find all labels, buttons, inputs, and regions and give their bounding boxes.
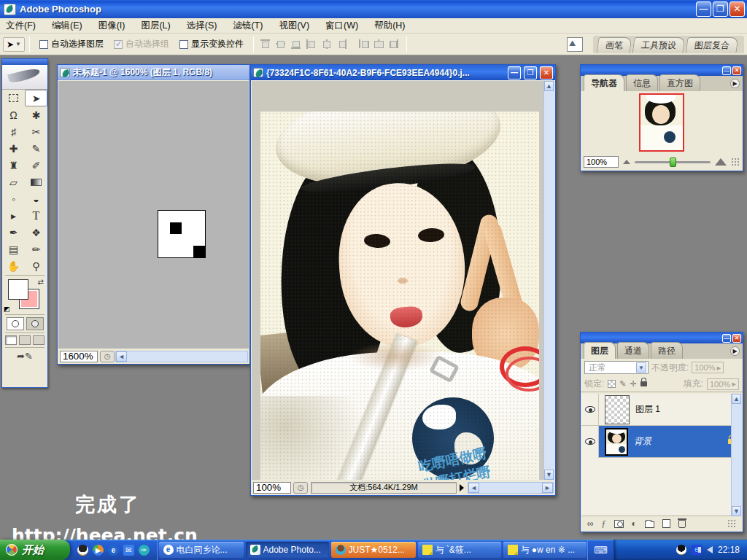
hand-tool[interactable]: ✋ (2, 257, 25, 274)
visibility-toggle[interactable] (581, 394, 599, 426)
lock-all-icon[interactable] (640, 381, 647, 386)
swap-colors-icon[interactable]: ⇄ (38, 278, 44, 286)
fill-field[interactable]: 100%▸ (707, 378, 739, 390)
auto-select-layer-checkbox[interactable] (39, 40, 48, 49)
menu-select[interactable]: 选择(S) (187, 20, 217, 32)
palette-minimize-button[interactable]: — (722, 66, 731, 75)
lock-paint-icon[interactable]: ✎ (619, 379, 626, 389)
magic-wand-tool[interactable]: ✱ (25, 106, 47, 123)
eyedropper-tool[interactable]: ✏ (25, 241, 47, 257)
new-group-icon[interactable] (645, 521, 654, 528)
foreground-color-swatch[interactable] (9, 280, 28, 299)
menu-edit[interactable]: 编辑(E) (52, 20, 82, 32)
task-forum-window[interactable]: e 电白同乡论... (159, 542, 244, 558)
tab-channels[interactable]: 通道 (617, 342, 649, 359)
layer-name[interactable]: 背景 (634, 435, 728, 448)
palette-menu-icon[interactable]: ▶ (730, 79, 740, 88)
dodge-tool[interactable]: ◒ (25, 190, 47, 207)
palette-close-button[interactable]: ✕ (732, 66, 741, 75)
tab-navigator[interactable]: 导航器 (584, 74, 624, 91)
layer-style-icon[interactable]: ƒ (602, 518, 606, 529)
link-layers-icon[interactable]: ∞ (587, 518, 594, 529)
volume-icon[interactable] (707, 546, 713, 553)
scroll-left-arrow[interactable]: ◄ (468, 483, 479, 493)
blur-tool[interactable]: ◦ (2, 190, 25, 207)
marquee-tool[interactable] (2, 90, 25, 106)
doc2-titlebar[interactable]: {73324F1C-8F61-40A2-B9F6-FCE93EEA4944}0.… (251, 65, 555, 80)
doc1-status-menu-icon[interactable]: ◷ (100, 351, 115, 362)
notes-tool[interactable]: ▤ (2, 241, 25, 257)
tab-brushes[interactable]: 画笔 (596, 37, 632, 53)
auto-select-layer-option[interactable]: 自动选择图层 (39, 38, 104, 50)
palette-menu-icon[interactable]: ▶ (730, 346, 740, 356)
scroll-down-arrow[interactable]: ▼ (732, 506, 741, 516)
doc2-maximize-button[interactable]: ❐ (524, 66, 537, 79)
align-vertical-center-icon[interactable] (275, 39, 287, 50)
fullscreen-with-menu-button[interactable] (19, 335, 31, 345)
adjustment-layer-icon[interactable]: ◐ (632, 518, 637, 529)
layer1-thumbnail[interactable] (605, 395, 630, 424)
restore-button[interactable]: ❐ (713, 1, 728, 17)
pen-tool[interactable]: ✒ (2, 224, 25, 241)
doc1-canvas[interactable] (58, 81, 249, 349)
zoom-slider-thumb[interactable] (670, 158, 676, 167)
doc2-vertical-scrollbar[interactable]: ▲ ▼ (543, 81, 554, 480)
standard-mode-button[interactable] (7, 317, 24, 330)
default-colors-icon[interactable]: ◩ (4, 306, 10, 313)
tab-info[interactable]: 信息 (626, 74, 658, 91)
navigator-zoom-slider[interactable] (635, 161, 711, 163)
task-note-1[interactable]: 与 `&筱... (418, 542, 501, 558)
layer-row-background[interactable]: 背景 (581, 426, 742, 458)
distribute-left-icon[interactable] (357, 39, 370, 50)
custom-shape-tool[interactable]: ❖ (25, 224, 47, 241)
tab-histogram[interactable]: 直方图 (659, 74, 700, 91)
file-browser-icon[interactable] (567, 37, 583, 52)
menu-layer[interactable]: 图层(L) (141, 20, 170, 32)
menu-view[interactable]: 视图(V) (279, 20, 309, 32)
healing-brush-tool[interactable]: ✚ (2, 140, 25, 157)
zoom-in-icon[interactable] (715, 158, 727, 166)
blend-mode-select[interactable]: 正常 ▼ (584, 361, 649, 374)
media-player-icon[interactable]: ▶ (93, 545, 104, 556)
delete-layer-icon[interactable] (678, 520, 686, 528)
doc1-image-checkerboard[interactable] (158, 210, 206, 258)
navigator-zoom-field[interactable] (584, 156, 619, 168)
doc2-close-button[interactable]: ✕ (540, 66, 553, 79)
zoom-tool[interactable]: ⚲ (25, 257, 47, 274)
gradient-tool[interactable] (25, 174, 47, 190)
show-transform-controls-option[interactable]: 显示变换控件 (179, 38, 244, 50)
doc1-titlebar[interactable]: 未标题-1 @ 1600% (图层 1, RGB/8) (58, 65, 249, 80)
doc1-zoom-field[interactable] (60, 351, 98, 362)
resize-grip[interactable] (731, 158, 740, 166)
distribute-center-icon[interactable] (373, 39, 385, 50)
navigator-thumbnail[interactable] (639, 93, 684, 152)
palette-close-button[interactable]: ✕ (732, 334, 741, 343)
add-layer-mask-icon[interactable] (614, 520, 624, 528)
quick-mask-mode-button[interactable] (26, 317, 44, 330)
lock-position-icon[interactable]: ✛ (630, 379, 637, 389)
brush-tool[interactable]: ✎ (25, 140, 47, 157)
toolbox-titlebar[interactable] (2, 59, 47, 65)
background-thumbnail[interactable] (605, 428, 628, 456)
slice-tool[interactable]: ✂ (25, 123, 47, 140)
scroll-down-arrow[interactable]: ▼ (544, 470, 554, 480)
close-button[interactable]: ✕ (729, 1, 745, 17)
layers-scrollbar[interactable]: ▲ ▼ (731, 394, 742, 516)
visibility-toggle[interactable] (581, 426, 599, 458)
menu-filter[interactable]: 滤镜(T) (233, 20, 263, 32)
scroll-up-arrow[interactable]: ▲ (732, 394, 741, 404)
align-right-icon[interactable] (336, 39, 349, 50)
clone-stamp-tool[interactable]: ♜ (2, 157, 25, 174)
scroll-right-arrow[interactable]: ► (542, 483, 553, 493)
lasso-tool[interactable]: Ω (2, 106, 25, 123)
history-brush-tool[interactable]: ✐ (25, 157, 47, 174)
move-tool[interactable]: ➤ (25, 90, 47, 106)
qq-quicklaunch-icon[interactable] (77, 545, 88, 556)
tab-layer-comps[interactable]: 图层复合 (685, 37, 738, 53)
path-selection-tool[interactable]: ▸ (2, 207, 25, 224)
task-note-2[interactable]: 与 ●w en ※ ... (503, 542, 587, 558)
align-bottom-icon[interactable] (290, 39, 303, 50)
tab-paths[interactable]: 路径 (651, 342, 683, 359)
opacity-field[interactable]: 100%▸ (692, 362, 724, 373)
eraser-tool[interactable]: ▱ (2, 174, 25, 190)
